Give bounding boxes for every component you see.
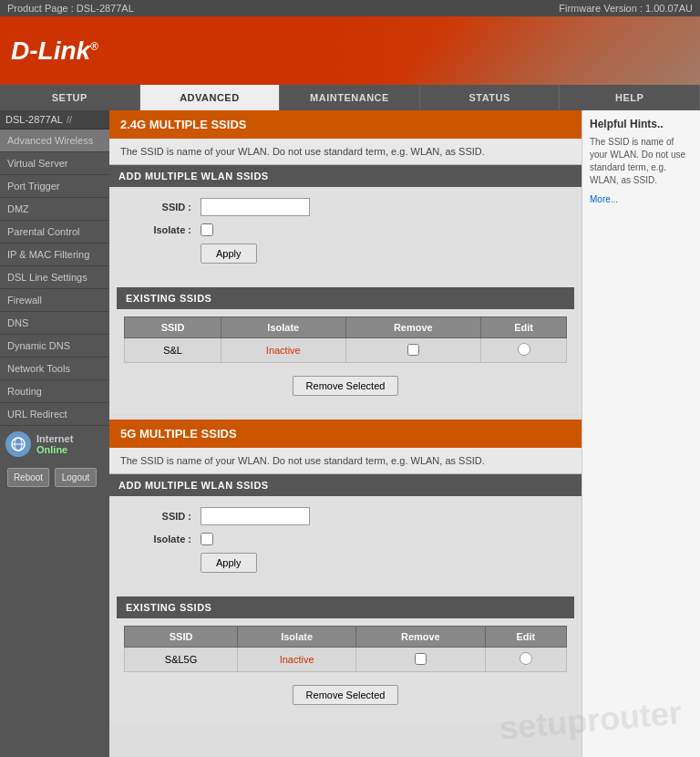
sidebar-tab: DSL-2877AL // bbox=[0, 110, 109, 130]
internet-status-label: Online bbox=[36, 444, 73, 455]
isolate-label-5g: Isolate : bbox=[128, 534, 201, 544]
isolate-checkbox-24g[interactable] bbox=[201, 223, 213, 236]
remove-cell-5g[interactable] bbox=[356, 648, 485, 672]
col-edit-5g: Edit bbox=[485, 627, 566, 648]
section-5g-title: 5G MULTIPLE SSIDS bbox=[120, 427, 237, 441]
isolate-cell-5g: Inactive bbox=[238, 648, 356, 672]
ssids-table-24g: SSID Isolate Remove Edit S&L Inactive bbox=[124, 316, 567, 363]
sidebar-item-dns[interactable]: DNS bbox=[0, 312, 109, 335]
remove-checkbox-5g[interactable] bbox=[415, 653, 427, 665]
col-remove-24g: Remove bbox=[345, 317, 481, 338]
isolate-cell-24g: Inactive bbox=[221, 338, 345, 363]
sidebar-item-virtual-server[interactable]: Virtual Server bbox=[0, 152, 109, 175]
apply-row-24g: Apply bbox=[128, 244, 563, 264]
sidebar-item-dynamic-dns[interactable]: Dynamic DNS bbox=[0, 335, 109, 358]
add-ssid-5g-form: SSID : Isolate : Apply bbox=[109, 496, 582, 591]
ssid-label-5g: SSID : bbox=[128, 511, 201, 522]
section-5g-info-text: The SSID is name of your WLAN. Do not us… bbox=[120, 455, 485, 466]
remove-checkbox-24g[interactable] bbox=[407, 344, 419, 356]
nav-advanced[interactable]: ADVANCED bbox=[140, 85, 281, 110]
add-ssid-24g-form: SSID : Isolate : Apply bbox=[109, 187, 582, 282]
ssid-input-24g[interactable] bbox=[201, 198, 310, 216]
ssid-input-5g[interactable] bbox=[201, 507, 310, 525]
edit-radio-24g[interactable] bbox=[518, 343, 530, 356]
table-row: S&L Inactive bbox=[125, 338, 567, 363]
sidebar-item-parental-control[interactable]: Parental Control bbox=[0, 221, 109, 244]
isolate-checkbox-5g[interactable] bbox=[201, 533, 213, 545]
nav-status[interactable]: STATUS bbox=[420, 85, 561, 110]
sidebar-buttons: Reboot Logout bbox=[0, 462, 109, 493]
remove-cell-24g[interactable] bbox=[345, 338, 481, 363]
sidebar-item-dsl-line-settings[interactable]: DSL Line Settings bbox=[0, 266, 109, 289]
main-layout: DSL-2877AL // Advanced Wireless Virtual … bbox=[0, 110, 700, 757]
apply-button-24g[interactable]: Apply bbox=[201, 244, 257, 264]
logo: D-Link® bbox=[11, 36, 98, 66]
isolate-label-24g: Isolate : bbox=[128, 224, 201, 235]
section-5g-info: The SSID is name of your WLAN. Do not us… bbox=[109, 448, 582, 474]
isolate-row-24g: Isolate : bbox=[128, 223, 563, 236]
remove-selected-button-5g[interactable]: Remove Selected bbox=[293, 685, 399, 705]
product-page-label: Product Page : DSL-2877AL bbox=[7, 3, 134, 14]
hints-panel: Helpful Hints.. The SSID is name of your… bbox=[582, 110, 700, 757]
internet-icon bbox=[5, 431, 31, 457]
content-main: 2.4G MULTIPLE SSIDS The SSID is name of … bbox=[109, 110, 582, 757]
sidebar: DSL-2877AL // Advanced Wireless Virtual … bbox=[0, 110, 109, 757]
navigation: SETUP ADVANCED MAINTENANCE STATUS HELP bbox=[0, 85, 700, 110]
hints-title: Helpful Hints.. bbox=[590, 118, 693, 130]
section-24g-header: 2.4G MULTIPLE SSIDS bbox=[109, 110, 582, 139]
reboot-button[interactable]: Reboot bbox=[7, 468, 49, 487]
hints-text: The SSID is name of your WLAN. Do not us… bbox=[590, 136, 693, 187]
sidebar-tab-label: DSL-2877AL bbox=[5, 114, 63, 125]
ssid-cell-5g: S&L5G bbox=[125, 648, 238, 672]
nav-setup[interactable]: SETUP bbox=[0, 85, 140, 110]
section-5g-header: 5G MULTIPLE SSIDS bbox=[109, 420, 582, 448]
col-ssid-5g: SSID bbox=[125, 627, 238, 648]
ssid-row-24g: SSID : bbox=[128, 198, 563, 216]
col-ssid-24g: SSID bbox=[125, 317, 221, 338]
table-row: S&L5G Inactive bbox=[125, 648, 567, 672]
isolate-row-5g: Isolate : bbox=[128, 533, 563, 545]
top-bar: Product Page : DSL-2877AL Firmware Versi… bbox=[0, 0, 700, 16]
section-24g-info-text: The SSID is name of your WLAN. Do not us… bbox=[120, 146, 485, 157]
internet-label: Internet bbox=[36, 433, 73, 444]
sidebar-item-routing[interactable]: Routing bbox=[0, 380, 109, 403]
existing-ssids-5g-table-section: SSID Isolate Remove Edit S&L5G Inactive bbox=[117, 618, 574, 718]
sidebar-item-network-tools[interactable]: Network Tools bbox=[0, 358, 109, 380]
ssid-cell-24g: S&L bbox=[125, 338, 221, 363]
existing-ssids-5g-container: EXISTING SSIDS SSID Isolate Remove Edit bbox=[109, 591, 582, 723]
sidebar-item-url-redirect[interactable]: URL Redirect bbox=[0, 403, 109, 426]
sidebar-item-dmz[interactable]: DMZ bbox=[0, 198, 109, 221]
logo-text: D-Link bbox=[11, 36, 90, 65]
firmware-version-label: Firmware Version : 1.00.07AU bbox=[559, 3, 693, 14]
internet-status: Internet Online bbox=[0, 426, 109, 462]
apply-row-5g: Apply bbox=[128, 553, 563, 573]
nav-help[interactable]: HELP bbox=[560, 85, 700, 110]
edit-cell-5g[interactable] bbox=[485, 648, 566, 672]
add-wlan-ssids-24g-header: ADD MULTIPLE WLAN SSIDS bbox=[109, 165, 582, 187]
apply-button-5g[interactable]: Apply bbox=[201, 553, 257, 573]
existing-ssids-24g-header: EXISTING SSIDS bbox=[117, 287, 574, 309]
content-area: 2.4G MULTIPLE SSIDS The SSID is name of … bbox=[109, 110, 700, 757]
sidebar-item-firewall[interactable]: Firewall bbox=[0, 289, 109, 312]
hints-more-link[interactable]: More... bbox=[590, 194, 618, 204]
col-remove-5g: Remove bbox=[356, 627, 485, 648]
edit-cell-24g[interactable] bbox=[481, 338, 567, 363]
col-isolate-5g: Isolate bbox=[238, 627, 356, 648]
existing-ssids-5g-header: EXISTING SSIDS bbox=[117, 596, 574, 618]
sidebar-item-port-trigger[interactable]: Port Trigger bbox=[0, 175, 109, 198]
ssids-table-5g: SSID Isolate Remove Edit S&L5G Inactive bbox=[124, 626, 567, 672]
logout-button[interactable]: Logout bbox=[55, 468, 97, 487]
remove-row-5g: Remove Selected bbox=[124, 679, 567, 710]
edit-radio-5g[interactable] bbox=[520, 652, 532, 665]
sidebar-item-ip-mac-filtering[interactable]: IP & MAC Filtering bbox=[0, 244, 109, 266]
col-edit-24g: Edit bbox=[481, 317, 567, 338]
sidebar-tab-slashes: // bbox=[67, 114, 72, 125]
sidebar-item-advanced-wireless[interactable]: Advanced Wireless bbox=[0, 130, 109, 152]
remove-row-24g: Remove Selected bbox=[124, 370, 567, 401]
nav-maintenance[interactable]: MAINTENANCE bbox=[280, 85, 420, 110]
section-24g-info: The SSID is name of your WLAN. Do not us… bbox=[109, 139, 582, 165]
col-isolate-24g: Isolate bbox=[221, 317, 345, 338]
existing-ssids-24g-container: EXISTING SSIDS SSID Isolate Remove Edit bbox=[109, 282, 582, 414]
remove-selected-button-24g[interactable]: Remove Selected bbox=[293, 376, 399, 396]
logo-tm: ® bbox=[90, 39, 98, 52]
